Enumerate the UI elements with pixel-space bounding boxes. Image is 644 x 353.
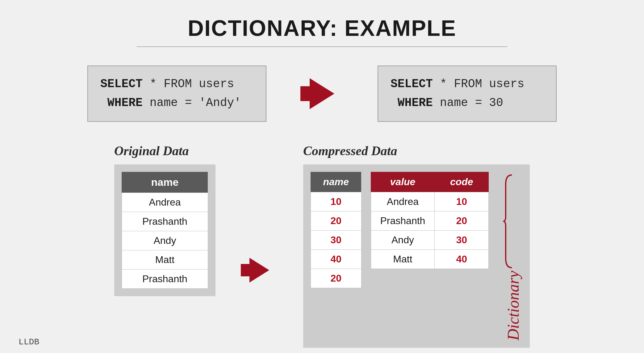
dict-value-cell: Andy	[371, 230, 435, 249]
sql-right-where-val: name = 30	[433, 96, 503, 109]
comp-code-cell: 20	[311, 269, 361, 288]
compressed-data-card: name 1020304020 value code	[303, 164, 530, 348]
table-row: Prashanth	[122, 212, 208, 231]
dict-value-cell: Matt	[371, 249, 435, 269]
table-row: 30	[311, 230, 361, 249]
sql-left-where-kw: WHERE	[107, 96, 143, 109]
compressed-data-section: Compressed Data name 1020304020	[303, 143, 530, 348]
sql-left-where-val: name = 'Andy'	[143, 96, 241, 109]
original-label: Original Data	[114, 143, 189, 158]
original-data-section: Original Data name AndreaPrashanthAndyMa…	[114, 143, 215, 296]
dict-code-cell: 40	[435, 249, 489, 269]
comp-code-cell: 40	[311, 249, 361, 269]
dictionary-label-wrapper: Dictionary	[498, 172, 522, 340]
compressed-label: Compressed Data	[303, 143, 397, 158]
data-comparison-row: Original Data name AndreaPrashanthAndyMa…	[19, 143, 625, 348]
orig-name-cell: Andy	[122, 231, 208, 250]
dict-code-header: code	[435, 172, 489, 192]
dictionary-vertical-label: Dictionary	[504, 271, 522, 340]
sql-right-select-kw: SELECT	[391, 77, 433, 91]
comp-name-header: name	[311, 172, 361, 192]
data-arrow-wrapper	[249, 258, 269, 283]
sql-box-right: SELECT * FROM users WHERE name = 30	[378, 66, 557, 122]
sql-right-from: * FROM	[433, 77, 489, 91]
table-row: 20	[311, 269, 361, 288]
compressed-inner: name 1020304020 value code	[311, 172, 522, 340]
orig-name-cell: Matt	[122, 250, 208, 269]
compressed-name-table: name 1020304020	[311, 172, 362, 288]
comp-code-cell: 20	[311, 211, 361, 230]
comp-code-cell: 30	[311, 230, 361, 249]
dictionary-brace	[503, 172, 515, 271]
table-row: 40	[311, 249, 361, 269]
table-row: Prashanth	[122, 269, 208, 288]
page-title: DICTIONARY: EXAMPLE	[188, 15, 456, 41]
table-row: Andy	[122, 231, 208, 250]
table-row: Andy30	[371, 230, 489, 249]
dictionary-table: value code Andrea10Prashanth20Andy30Matt…	[371, 172, 489, 269]
comp-code-cell: 10	[311, 192, 361, 211]
orig-name-cell: Andrea	[122, 193, 208, 212]
table-row: Prashanth20	[371, 211, 489, 230]
orig-name-cell: Prashanth	[122, 212, 208, 231]
table-row: Matt	[122, 250, 208, 269]
dict-value-cell: Andrea	[371, 192, 435, 211]
dict-code-cell: 30	[435, 230, 489, 249]
data-arrow	[249, 258, 269, 283]
bottom-watermark: LLDB	[19, 337, 39, 347]
table-row: Matt40	[371, 249, 489, 269]
sql-comparison-row: SELECT * FROM users WHERE name = 'Andy' …	[19, 66, 625, 122]
dict-value-cell: Prashanth	[371, 211, 435, 230]
dict-value-header: value	[371, 172, 435, 192]
sql-arrow-right	[310, 78, 334, 109]
original-table: name AndreaPrashanthAndyMattPrashanth	[122, 172, 208, 289]
main-page: DICTIONARY: EXAMPLE SELECT * FROM users …	[0, 0, 644, 353]
title-divider	[137, 46, 507, 47]
original-data-card: name AndreaPrashanthAndyMattPrashanth	[114, 164, 215, 296]
sql-arrow-wrapper	[300, 78, 344, 109]
sql-left-users: users	[199, 77, 234, 91]
orig-name-cell: Prashanth	[122, 269, 208, 288]
sql-right-where-kw: WHERE	[398, 96, 433, 109]
table-row: Andrea10	[371, 192, 489, 211]
orig-table-header: name	[122, 172, 208, 193]
sql-left-select-kw: SELECT	[100, 77, 143, 91]
table-row: 20	[311, 211, 361, 230]
table-row: 10	[311, 192, 361, 211]
dict-code-cell: 10	[435, 192, 489, 211]
dict-code-cell: 20	[435, 211, 489, 230]
sql-left-from: * FROM	[143, 77, 199, 91]
table-row: Andrea	[122, 193, 208, 212]
sql-box-left: SELECT * FROM users WHERE name = 'Andy'	[87, 66, 266, 122]
sql-right-users: users	[489, 77, 524, 91]
